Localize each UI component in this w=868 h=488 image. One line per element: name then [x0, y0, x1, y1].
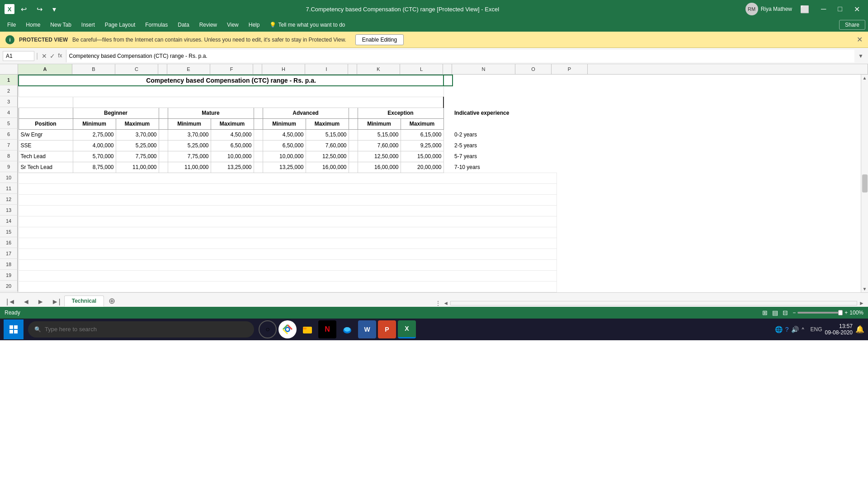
row8-adv-min[interactable]: 10,00,000 — [263, 151, 306, 162]
col-header-o[interactable]: O — [515, 64, 552, 74]
horizontal-scrollbar[interactable] — [450, 301, 857, 305]
menu-home[interactable]: Home — [21, 20, 45, 30]
row9-adv-max[interactable]: 16,00,000 — [306, 162, 349, 173]
row-num-3[interactable]: 3 — [0, 96, 18, 107]
row8-exc-max[interactable]: 15,00,000 — [401, 151, 443, 162]
menu-pagelayout[interactable]: Page Layout — [100, 20, 140, 30]
row9-beg-min[interactable]: 8,75,000 — [73, 162, 116, 173]
insert-function-icon[interactable]: fx — [58, 52, 62, 60]
row7-adv-max[interactable]: 7,60,000 — [306, 140, 349, 151]
row8-beg-min[interactable]: 5,70,000 — [73, 151, 116, 162]
ribbon-collapse-button[interactable]: ⬜ — [797, 3, 813, 15]
clock[interactable]: 13:57 09-08-2020 — [825, 323, 853, 336]
row7-exp[interactable]: 2-5 years — [453, 140, 520, 151]
col-header-j[interactable] — [348, 64, 357, 74]
zoom-slider[interactable] — [797, 312, 843, 314]
page-layout-icon[interactable]: ▤ — [772, 309, 778, 316]
powerpoint-app[interactable]: P — [378, 320, 396, 338]
row9-exc-max[interactable]: 20,00,000 — [401, 162, 443, 173]
tab-options-icon[interactable]: ⋮ — [435, 300, 441, 307]
search-input[interactable] — [45, 326, 248, 333]
confirm-formula-icon[interactable]: ✓ — [50, 52, 55, 60]
taskbar-search-area[interactable]: 🔍 — [28, 321, 254, 338]
sheet-tab-technical[interactable]: Technical — [64, 296, 104, 307]
enable-editing-button[interactable]: Enable Editing — [355, 34, 404, 45]
row-num-13[interactable]: 13 — [0, 205, 18, 216]
add-sheet-button[interactable]: ⊕ — [105, 295, 119, 307]
row-num-8[interactable]: 8 — [0, 150, 18, 161]
col-header-d[interactable] — [158, 64, 167, 74]
row9-mat-max[interactable]: 13,25,000 — [211, 162, 254, 173]
netflix-app[interactable]: N — [318, 320, 336, 338]
row-num-1[interactable]: 1 — [0, 75, 18, 85]
lang-indicator[interactable]: ENG — [811, 326, 822, 333]
row-num-2[interactable]: 2 — [0, 85, 18, 96]
row-num-5[interactable]: 5 — [0, 118, 18, 129]
excel-app[interactable]: X — [398, 320, 416, 338]
row8-mat-min[interactable]: 7,75,000 — [168, 151, 211, 162]
col-header-f[interactable]: F — [210, 64, 253, 74]
edge-app[interactable] — [338, 320, 356, 338]
row9-beg-max[interactable]: 11,00,000 — [116, 162, 159, 173]
row-num-20[interactable]: 20 — [0, 281, 18, 291]
menu-file[interactable]: File — [3, 20, 20, 30]
col-header-n[interactable]: N — [452, 64, 515, 74]
network-icon[interactable]: 🌐 — [775, 326, 783, 333]
row7-mat-max[interactable]: 6,50,000 — [211, 140, 254, 151]
col-header-b[interactable]: B — [72, 64, 115, 74]
col-header-h[interactable]: H — [262, 64, 305, 74]
redo-button[interactable]: ↪ — [33, 3, 46, 15]
col-header-a[interactable]: A — [18, 64, 72, 74]
scroll-up-icon[interactable]: ▲ — [863, 75, 867, 80]
normal-view-icon[interactable]: ⊞ — [762, 309, 768, 316]
cell-reference-input[interactable] — [3, 51, 34, 61]
row-num-9[interactable]: 9 — [0, 161, 18, 172]
row6-pos[interactable]: S/w Engr — [19, 129, 73, 140]
col-header-p[interactable]: P — [552, 64, 588, 74]
row-num-6[interactable]: 6 — [0, 129, 18, 140]
cancel-formula-icon[interactable]: ✕ — [42, 52, 47, 60]
row6-exc-min[interactable]: 5,15,000 — [358, 129, 401, 140]
row7-exc-min[interactable]: 7,60,000 — [358, 140, 401, 151]
col-header-l[interactable]: L — [400, 64, 443, 74]
zoom-in-icon[interactable]: + — [844, 310, 848, 316]
row-num-18[interactable]: 18 — [0, 259, 18, 270]
row-num-7[interactable]: 7 — [0, 140, 18, 150]
row8-adv-max[interactable]: 12,50,000 — [306, 151, 349, 162]
row6-mat-max[interactable]: 4,50,000 — [211, 129, 254, 140]
vertical-scrollbar[interactable]: ▲ ▼ — [861, 75, 868, 292]
row8-beg-max[interactable]: 7,75,000 — [116, 151, 159, 162]
row7-adv-min[interactable]: 6,50,000 — [263, 140, 306, 151]
minimize-button[interactable]: ─ — [817, 3, 830, 15]
col-header-k[interactable]: K — [357, 64, 400, 74]
undo-button[interactable]: ↩ — [17, 3, 30, 15]
protected-close-icon[interactable]: ✕ — [857, 35, 863, 44]
scroll-left-icon[interactable]: ◄ — [443, 300, 448, 306]
sheet-prev-icon[interactable]: ◄ — [20, 297, 33, 307]
scroll-right-icon[interactable]: ► — [859, 300, 864, 306]
menu-help[interactable]: Help — [244, 20, 264, 30]
menu-formulas[interactable]: Formulas — [141, 20, 172, 30]
row-num-15[interactable]: 15 — [0, 226, 18, 237]
file-explorer-app[interactable] — [298, 320, 316, 338]
notification-icon[interactable]: 🔔 — [855, 325, 864, 333]
col-header-i[interactable]: I — [305, 64, 348, 74]
col-header-g[interactable] — [253, 64, 262, 74]
row-num-16[interactable]: 16 — [0, 237, 18, 248]
row6-exp[interactable]: 0-2 years — [453, 129, 520, 140]
restore-button[interactable]: □ — [834, 3, 846, 15]
row9-exc-min[interactable]: 16,00,000 — [358, 162, 401, 173]
menu-view[interactable]: View — [222, 20, 243, 30]
chevron-up-icon[interactable]: ^ — [802, 327, 804, 332]
row-num-12[interactable]: 12 — [0, 194, 18, 205]
row7-exc-max[interactable]: 9,25,000 — [401, 140, 443, 151]
row6-adv-min[interactable]: 4,50,000 — [263, 129, 306, 140]
row8-exp[interactable]: 5-7 years — [453, 151, 520, 162]
row8-pos[interactable]: Tech Lead — [19, 151, 73, 162]
close-button[interactable]: ✕ — [850, 3, 863, 15]
word-app[interactable]: W — [358, 320, 376, 338]
row7-beg-max[interactable]: 5,25,000 — [116, 140, 159, 151]
row8-exc-min[interactable]: 12,50,000 — [358, 151, 401, 162]
menu-review[interactable]: Review — [195, 20, 222, 30]
scroll-down-icon[interactable]: ▼ — [863, 286, 867, 291]
